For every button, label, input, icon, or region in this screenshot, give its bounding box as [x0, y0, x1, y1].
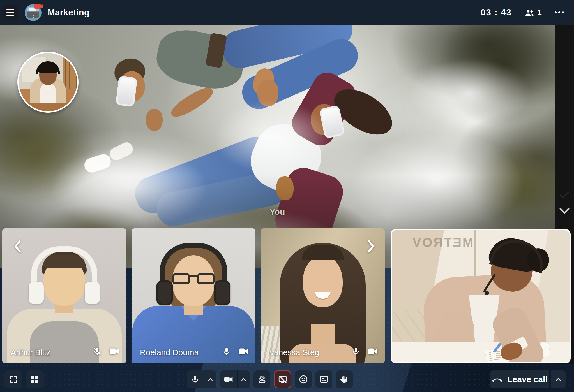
participant-name: Vanessa Steg	[269, 348, 319, 357]
person-figure: METROV	[392, 230, 570, 362]
camera-icon	[368, 347, 378, 356]
background-effects-button[interactable]	[253, 370, 270, 388]
cloud	[351, 131, 524, 232]
person-effects-icon	[257, 375, 267, 384]
participant-name: Arthur Blitz	[11, 348, 50, 357]
cloud	[409, 59, 530, 129]
video-camera-badge	[34, 3, 44, 10]
microphone-split-button	[187, 370, 216, 388]
participant-tile-vanessa[interactable]: Vanessa Steg	[261, 228, 385, 363]
top-bar-right: 03 : 43 1	[481, 8, 564, 18]
captions-button[interactable]	[315, 370, 332, 388]
screen-share-button[interactable]	[274, 370, 291, 388]
call-controls: Leave call	[0, 369, 574, 392]
fullscreen-icon	[9, 375, 18, 384]
top-bar: Marketing 03 : 43 1	[0, 0, 574, 25]
cloud	[50, 145, 208, 229]
participant-tile-roeland[interactable]: Roeland Douma	[132, 228, 255, 363]
grid-layout-button[interactable]	[26, 370, 44, 388]
meeting-avatar	[25, 4, 42, 21]
people-icon	[524, 8, 535, 17]
camera-icon	[224, 375, 233, 384]
camera-split-button	[220, 370, 250, 388]
participants-button[interactable]: 1	[524, 8, 542, 17]
cloud	[213, 101, 331, 173]
leave-call-label: Leave call	[507, 375, 547, 384]
glasses	[171, 273, 216, 285]
call-timer: 03 : 43	[481, 8, 512, 18]
cloud	[0, 36, 84, 103]
grid-layout-icon	[30, 375, 40, 384]
screen-share-off-icon	[278, 375, 287, 384]
check-icon	[559, 191, 570, 199]
participant-tile-spotlight[interactable]: METROV	[391, 229, 571, 363]
camera-options-button[interactable]	[238, 370, 250, 388]
leave-options-button[interactable]	[551, 370, 566, 388]
media-controls	[187, 370, 353, 388]
microphone-button[interactable]	[187, 370, 204, 388]
mic-icon	[351, 347, 361, 356]
participant-count: 1	[537, 8, 542, 17]
camera-icon	[239, 347, 249, 356]
meeting-window: Marketing 03 : 43 1	[0, 0, 574, 392]
view-controls	[4, 370, 44, 388]
mic-icon	[222, 347, 231, 356]
participant-tile-arthur[interactable]: Arthur Blitz	[2, 228, 126, 363]
hand-icon	[340, 375, 349, 384]
chevron-up-icon	[554, 375, 562, 383]
hamburger-icon	[6, 9, 14, 10]
leave-call-button[interactable]: Leave call	[490, 370, 549, 388]
mic-icon	[191, 375, 200, 384]
meeting-title: Marketing	[48, 8, 89, 18]
carousel-next-button[interactable]	[366, 239, 376, 254]
camera-button[interactable]	[220, 370, 238, 388]
carousel-previous-button[interactable]	[12, 239, 23, 254]
forest-patch	[471, 143, 555, 232]
person-figure	[132, 228, 255, 363]
participant-status	[222, 347, 249, 356]
bookshelf	[63, 53, 77, 89]
phone-hangup-icon	[492, 376, 503, 383]
ellipsis-icon	[555, 11, 557, 13]
headset	[36, 61, 60, 74]
reactions-button[interactable]	[295, 370, 312, 388]
mic-off-icon	[93, 347, 102, 356]
whiteboard	[22, 57, 47, 82]
captions-icon	[319, 375, 329, 384]
chevron-up-icon	[207, 376, 214, 383]
camera-icon	[109, 347, 119, 356]
forest-patch	[0, 103, 95, 204]
more-options-button[interactable]	[554, 9, 564, 16]
background-signage-text: METROV	[411, 235, 473, 250]
chevron-down-icon[interactable]	[558, 207, 571, 215]
leave-controls: Leave call	[490, 370, 566, 388]
smiley-icon	[299, 375, 308, 384]
participant-status	[93, 347, 119, 356]
microphone-options-button[interactable]	[204, 370, 216, 388]
chevron-up-icon	[240, 376, 247, 383]
forest-patch	[437, 25, 555, 126]
self-video-label: You	[270, 207, 285, 217]
raise-hand-button[interactable]	[336, 370, 353, 388]
participant-name: Roeland Douma	[140, 348, 199, 357]
participant-status	[351, 347, 378, 356]
fullscreen-button[interactable]	[4, 370, 22, 388]
hamburger-menu-button[interactable]	[3, 5, 18, 20]
self-preview-avatar	[17, 52, 79, 113]
